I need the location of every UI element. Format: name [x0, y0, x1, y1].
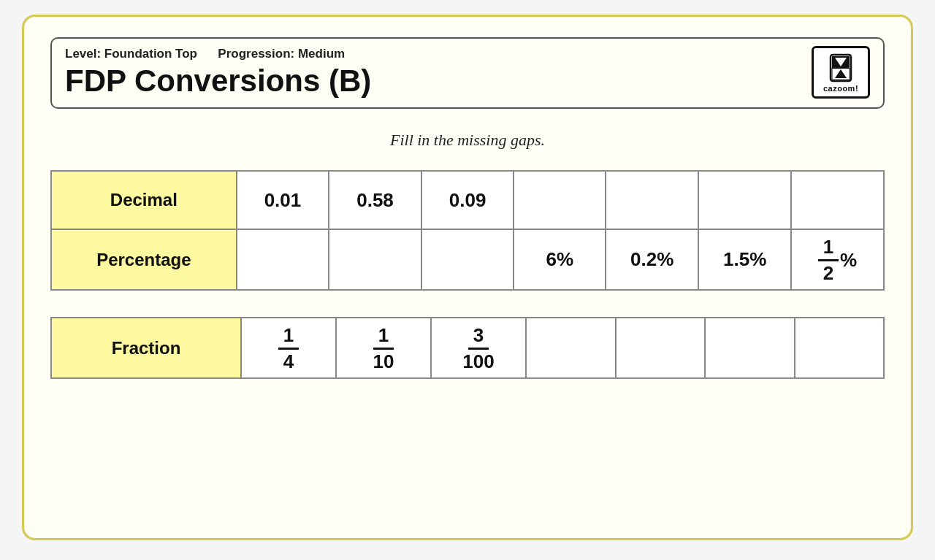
- progression-label: Progression: Medium: [218, 47, 345, 61]
- table2-wrapper: Fraction 1 4 1 10: [50, 317, 885, 379]
- decimal-cell-6: [698, 171, 791, 229]
- fraction-cell-1: 1 4: [241, 318, 336, 378]
- table1-wrapper: Decimal 0.01 0.58 0.09 Percentage 6%: [50, 170, 885, 291]
- decimal-cell-1: 0.01: [237, 171, 329, 229]
- fraction-cell-5: [616, 318, 706, 378]
- fraction-label: Fraction: [51, 318, 241, 378]
- header-box: Level: Foundation Top Progression: Mediu…: [50, 37, 885, 109]
- page-title: FDP Conversions (B): [65, 64, 371, 98]
- decimal-cell-2: 0.58: [329, 171, 421, 229]
- fraction-cell-7: [795, 318, 885, 378]
- fraction-cell-6: [705, 318, 795, 378]
- pct-cell-7: 1 2 %: [791, 229, 884, 290]
- logo-icon: [825, 52, 857, 84]
- decimal-label: Decimal: [51, 171, 237, 229]
- decimal-cell-7: [791, 171, 884, 229]
- header-text-area: Level: Foundation Top Progression: Mediu…: [65, 47, 371, 98]
- pct-cell-1: [237, 229, 329, 290]
- pct-cell-3: [421, 229, 514, 290]
- table2: Fraction 1 4 1 10: [50, 317, 885, 379]
- logo-box: cazoom!: [812, 46, 870, 99]
- percentage-label: Percentage: [51, 229, 237, 290]
- pct-cell-2: [329, 229, 421, 290]
- decimal-cell-5: [606, 171, 698, 229]
- decimal-cell-4: [514, 171, 606, 229]
- pct-cell-4: 6%: [514, 229, 606, 290]
- header-top-line: Level: Foundation Top Progression: Mediu…: [65, 47, 371, 61]
- pct-cell-6: 1.5%: [698, 229, 791, 290]
- decimal-cell-3: 0.09: [421, 171, 514, 229]
- table-row: Fraction 1 4 1 10: [51, 318, 884, 378]
- fraction-half: 1 2: [818, 237, 839, 283]
- fraction-quarter: 1 4: [278, 325, 299, 372]
- fraction-tenth: 1 10: [373, 325, 394, 372]
- fraction-cell-2: 1 10: [336, 318, 431, 378]
- fraction-cell-4: [526, 318, 616, 378]
- pct-cell-5: 0.2%: [606, 229, 698, 290]
- table-row: Percentage 6% 0.2% 1.5% 1 2 %: [51, 229, 884, 290]
- instruction-text: Fill in the missing gaps.: [50, 131, 885, 150]
- logo-text: cazoom!: [823, 84, 858, 93]
- fraction-percent: 1 2 %: [818, 237, 857, 283]
- level-label: Level: Foundation Top: [65, 47, 197, 61]
- table-row: Decimal 0.01 0.58 0.09: [51, 171, 884, 229]
- fraction-cell-3: 3 100: [431, 318, 526, 378]
- page-container: Level: Foundation Top Progression: Mediu…: [22, 15, 913, 540]
- fraction-hundredth: 3 100: [462, 325, 494, 372]
- table1: Decimal 0.01 0.58 0.09 Percentage 6%: [50, 170, 885, 291]
